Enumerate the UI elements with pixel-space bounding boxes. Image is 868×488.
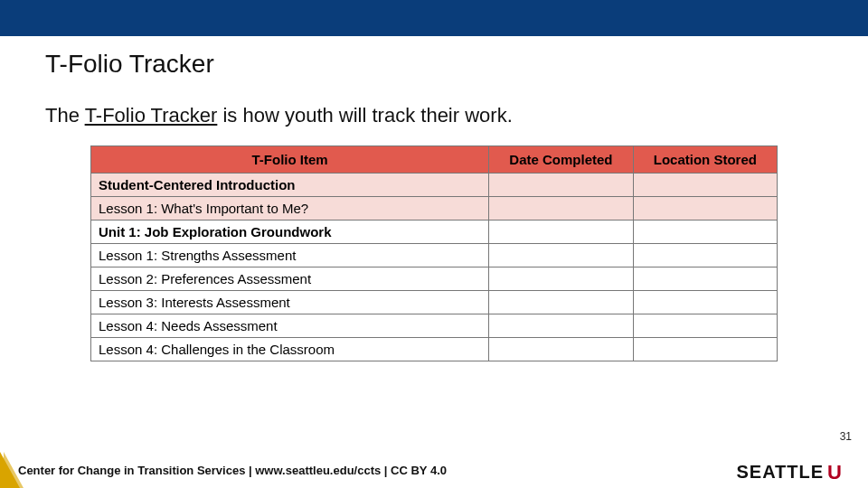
cell-item: Lesson 1: Strengths Assessment [91, 244, 489, 267]
table-row: Unit 1: Job Exploration Groundwork [91, 221, 778, 244]
footer-accent-shape [0, 452, 20, 488]
cell-location [633, 314, 777, 338]
cell-date [489, 221, 633, 244]
cell-item: Unit 1: Job Exploration Groundwork [91, 221, 489, 244]
cell-item: Lesson 1: What's Important to Me? [91, 197, 489, 221]
intro-after: is how youth will track their work. [217, 104, 512, 127]
cell-location [633, 197, 777, 221]
table-row: Lesson 4: Challenges in the Classroom [91, 338, 778, 361]
cell-location [633, 244, 777, 267]
cell-date [489, 267, 633, 291]
cell-item: Lesson 4: Needs Assessment [91, 314, 489, 338]
cell-location [633, 338, 777, 361]
cell-item: Lesson 2: Preferences Assessment [91, 267, 489, 291]
table-container: T-Folio Item Date Completed Location Sto… [0, 145, 868, 361]
header-band [0, 0, 868, 36]
slide-body: T-Folio Tracker The T-Folio Tracker is h… [0, 36, 868, 127]
table-body: Student-Centered IntroductionLesson 1: W… [91, 174, 778, 361]
table-row: Student-Centered Introduction [91, 174, 778, 197]
tfolio-table: T-Folio Item Date Completed Location Sto… [90, 145, 778, 361]
logo-text: SEATTLE [736, 462, 824, 483]
cell-location [633, 291, 777, 314]
page-title: T-Folio Tracker [45, 50, 823, 79]
cell-date [489, 314, 633, 338]
cell-location [633, 174, 777, 197]
cell-location [633, 267, 777, 291]
cell-date [489, 338, 633, 361]
seattleu-logo: SEATTLEU [736, 462, 843, 483]
table-row: Lesson 1: What's Important to Me? [91, 197, 778, 221]
intro-text: The T-Folio Tracker is how youth will tr… [45, 104, 823, 127]
th-date: Date Completed [489, 146, 633, 174]
th-location: Location Stored [633, 146, 777, 174]
cell-item: Lesson 3: Interests Assessment [91, 291, 489, 314]
table-row: Lesson 2: Preferences Assessment [91, 267, 778, 291]
page-number: 31 [840, 430, 852, 443]
cell-date [489, 197, 633, 221]
table-row: Lesson 1: Strengths Assessment [91, 244, 778, 267]
logo-u: U [827, 463, 843, 483]
cell-item: Student-Centered Introduction [91, 174, 489, 197]
table-header-row: T-Folio Item Date Completed Location Sto… [91, 146, 778, 174]
intro-before: The [45, 104, 85, 127]
cell-item: Lesson 4: Challenges in the Classroom [91, 338, 489, 361]
cell-date [489, 244, 633, 267]
footer: Center for Change in Transition Services… [0, 452, 868, 488]
cell-date [489, 291, 633, 314]
cell-date [489, 174, 633, 197]
cell-location [633, 221, 777, 244]
footer-text: Center for Change in Transition Services… [18, 464, 447, 477]
table-row: Lesson 4: Needs Assessment [91, 314, 778, 338]
table-row: Lesson 3: Interests Assessment [91, 291, 778, 314]
tfolio-link[interactable]: T-Folio Tracker [85, 104, 218, 127]
th-item: T-Folio Item [91, 146, 489, 174]
